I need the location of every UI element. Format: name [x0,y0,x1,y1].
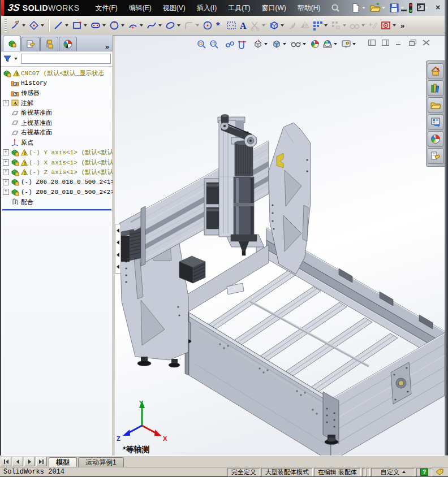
tree-item[interactable]: 传感器 [1,88,113,98]
linear-sketch-pattern-button[interactable] [311,18,330,33]
graphics-viewport[interactable]: Y X Z *等轴测 [115,35,445,456]
tree-expander-icon[interactable]: + [3,189,9,195]
hide-show-items-caret-icon[interactable] [303,43,306,45]
text-button[interactable]: A [238,18,249,33]
panel-tab-displaymanager[interactable] [59,37,77,51]
menu-tools[interactable]: 工具(T) [222,0,256,16]
surface-sketch-button[interactable] [225,18,238,33]
circle-caret-icon[interactable] [121,24,124,27]
tree-item[interactable]: 上视基准面 [1,118,113,128]
spline-caret-icon[interactable] [158,24,162,27]
sketch-fillet-caret-icon[interactable] [196,24,199,27]
tree-item[interactable]: +A注解 [1,98,113,109]
panel-tabs-overflow[interactable]: » [105,42,109,51]
restore-button[interactable] [415,2,427,12]
tree-item[interactable]: 配合 [1,197,113,207]
apply-scene-caret-icon[interactable] [334,43,337,45]
ellipse-button[interactable] [164,18,183,33]
smart-dimension-caret-icon[interactable] [41,24,44,27]
custom-properties-button[interactable] [428,148,443,164]
panel-splitter-arrows[interactable] [115,224,121,274]
point-button[interactable]: * [214,18,225,33]
polygon-button[interactable] [201,18,214,33]
child-close-button[interactable] [421,38,431,47]
new-document-button[interactable] [350,1,368,15]
view-orientation-caret-icon[interactable] [264,43,268,45]
corner-rectangle-caret-icon[interactable] [84,24,87,27]
straight-slot-caret-icon[interactable] [102,24,106,27]
document-tab-model[interactable]: 模型 [49,457,77,467]
solidworks-resources-button[interactable] [428,63,443,79]
convert-entities-caret-icon[interactable] [281,24,284,27]
tab-nav-last-button[interactable] [36,457,47,466]
linear-sketch-pattern-caret-icon[interactable] [324,24,328,27]
previous-view-button[interactable] [223,37,236,51]
trim-entities-button[interactable] [249,18,268,33]
spline-button[interactable] [145,18,164,33]
view-palette-button[interactable] [428,114,443,130]
move-entities-button[interactable] [330,18,348,33]
tab-nav-next-button[interactable] [24,457,35,466]
tree-expander-icon[interactable]: + [3,179,9,185]
tree-expander-icon[interactable]: + [3,100,9,106]
filter-caret-icon[interactable] [14,58,18,60]
display-style-button[interactable] [270,37,289,51]
mirror-entities-button[interactable] [299,18,311,33]
line-button[interactable] [52,18,71,33]
line-caret-icon[interactable] [65,24,68,27]
sketch-fillet-button[interactable] [183,18,201,33]
document-tab-motion-study[interactable]: 运动算例1 [78,457,124,467]
new-document-caret-icon[interactable] [362,7,365,9]
edit-appearance-button[interactable] [309,37,321,51]
open-document-caret-icon[interactable] [382,7,385,9]
menu-view[interactable]: 视图(V) [157,0,191,16]
tab-nav-first-button[interactable] [1,457,11,466]
display-relations-button[interactable] [348,18,367,33]
section-view-button[interactable] [236,37,248,51]
x-axis-stepper-motor[interactable] [179,256,205,283]
tree-item[interactable]: 原点 [1,138,113,148]
model-scene[interactable]: Y X Z *等轴测 [115,36,445,456]
sketch-caret-icon[interactable] [22,24,25,27]
minimize-button[interactable] [398,2,410,12]
reference-point-caret-icon[interactable] [393,24,396,27]
tree-item[interactable]: History [1,79,113,89]
zoom-to-fit-button[interactable] [195,37,208,51]
smart-dimension-button[interactable] [28,18,46,33]
corner-rectangle-button[interactable] [71,18,89,33]
tree-expander-icon[interactable]: + [3,149,9,155]
menu-window[interactable]: 窗口(W) [256,0,291,16]
view-settings-caret-icon[interactable] [352,43,356,45]
filter-funnel-icon[interactable] [3,55,13,63]
tab-nav-previous-button[interactable] [12,457,23,466]
panel-tab-configurationmanager[interactable] [40,37,58,51]
menu-help[interactable]: 帮助(H) [292,0,326,16]
panel-tab-propertymanager[interactable] [21,37,40,51]
status-help-button[interactable]: ? [416,468,432,476]
custom-toolbar-cell[interactable]: 自定义 [371,468,415,476]
toolbar-overflow-button[interactable]: » [398,21,407,30]
add-relation-button[interactable]: + [367,18,380,33]
tree-item[interactable]: 前视基准面 [1,108,113,118]
display-style-caret-icon[interactable] [283,43,286,45]
menu-insert[interactable]: 插入(I) [191,0,222,16]
convert-entities-button[interactable] [268,18,286,33]
offset-entities-button[interactable] [286,18,299,33]
menu-edit[interactable]: 编辑(E) [123,0,157,16]
straight-slot-button[interactable] [89,18,108,33]
close-button[interactable]: × [432,2,443,12]
tree-item[interactable]: +(-) Z06_20_018_0_500_2<1> [1,177,113,188]
view-settings-button[interactable] [340,37,359,51]
circle-button[interactable] [108,18,127,33]
tree-item[interactable]: +!(-) Z axis<1> (默认<默认 [1,167,113,177]
ellipse-caret-icon[interactable] [177,24,180,27]
view-orientation-button[interactable] [252,37,270,51]
search-icon[interactable] [329,2,342,14]
quick-tip-tag-icon[interactable] [434,468,445,476]
trim-entities-caret-icon[interactable] [262,24,265,27]
tree-item[interactable]: +!(-) X axis<1> (默认<默认 [1,158,113,168]
pane-right-button[interactable] [381,38,390,47]
apply-scene-button[interactable] [321,37,340,51]
custom-caret-icon[interactable] [402,471,406,473]
toolbar-grip[interactable] [5,19,7,32]
